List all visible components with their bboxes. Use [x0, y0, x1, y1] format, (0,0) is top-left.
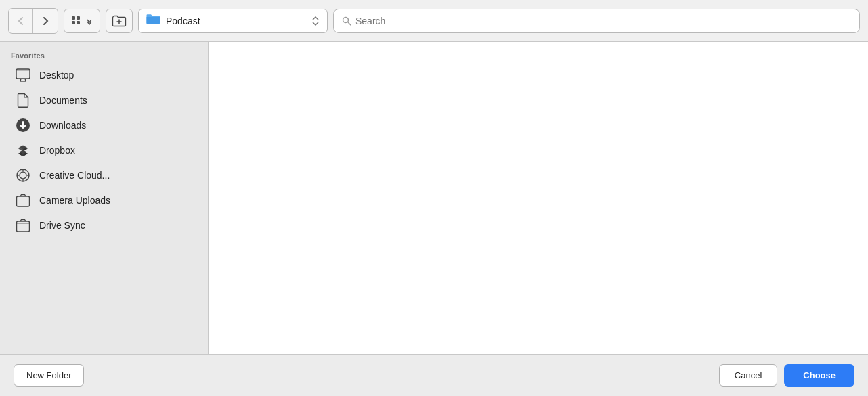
view-mode-button[interactable]	[64, 9, 100, 33]
sidebar-item-desktop-label: Desktop	[39, 70, 74, 81]
svg-rect-3	[77, 21, 80, 24]
location-picker[interactable]: Podcast	[138, 9, 328, 33]
creative-cloud-icon	[15, 167, 31, 183]
folder-color-icon	[146, 13, 160, 25]
sidebar-item-documents[interactable]: Documents	[4, 88, 204, 112]
search-box[interactable]	[333, 9, 860, 33]
sidebar-item-downloads-label: Downloads	[39, 120, 86, 131]
search-input[interactable]	[355, 16, 851, 26]
sidebar-item-drive-sync-label: Drive Sync	[39, 220, 85, 231]
choose-button[interactable]: Choose	[784, 364, 854, 387]
camera-uploads-icon	[15, 192, 31, 208]
grid-icon	[71, 16, 83, 26]
drive-sync-icon	[15, 217, 31, 234]
sidebar-item-camera-uploads-label: Camera Uploads	[39, 195, 110, 206]
sidebar-item-downloads[interactable]: Downloads	[4, 113, 204, 137]
svg-line-7	[348, 22, 351, 24]
sidebar-item-creative-cloud[interactable]: Creative Cloud...	[4, 163, 204, 188]
up-down-chevrons-icon	[311, 15, 320, 27]
forward-icon	[41, 16, 50, 26]
bottom-bar: New Folder Cancel Choose	[0, 354, 868, 396]
bottom-right-buttons: Cancel Choose	[719, 364, 854, 387]
svg-rect-26	[17, 221, 30, 232]
location-name: Podcast	[166, 16, 305, 26]
new-folder-toolbar-button[interactable]	[106, 9, 133, 33]
location-chevrons	[311, 15, 320, 27]
sidebar-item-drive-sync[interactable]: Drive Sync	[4, 213, 204, 238]
location-folder-icon	[146, 13, 160, 28]
forward-button[interactable]	[33, 9, 58, 33]
sidebar: Favorites Desktop Documents	[0, 42, 209, 354]
favorites-label: Favorites	[0, 49, 208, 62]
main-area: Favorites Desktop Documents	[0, 42, 868, 354]
new-folder-button[interactable]: New Folder	[14, 364, 84, 387]
content-area	[209, 42, 868, 354]
documents-icon	[15, 92, 31, 108]
downloads-icon	[15, 117, 31, 133]
new-folder-icon	[112, 14, 127, 28]
sidebar-item-desktop[interactable]: Desktop	[4, 63, 204, 87]
svg-rect-0	[72, 16, 75, 20]
back-button[interactable]	[9, 9, 33, 33]
desktop-icon	[15, 67, 31, 83]
cancel-button[interactable]: Cancel	[719, 364, 777, 387]
svg-rect-2	[72, 21, 75, 24]
svg-rect-1	[77, 16, 80, 20]
toolbar: Podcast	[0, 0, 868, 42]
sidebar-item-documents-label: Documents	[39, 95, 87, 106]
sidebar-item-camera-uploads[interactable]: Camera Uploads	[4, 188, 204, 213]
svg-rect-25	[17, 196, 30, 206]
chevron-down-icon	[86, 17, 93, 25]
nav-group	[8, 8, 58, 34]
search-icon	[342, 16, 351, 26]
back-icon	[16, 16, 26, 26]
dropbox-icon	[15, 142, 31, 158]
sidebar-item-creative-cloud-label: Creative Cloud...	[39, 170, 110, 181]
sidebar-item-dropbox[interactable]: Dropbox	[4, 138, 204, 162]
svg-point-20	[20, 172, 26, 179]
sidebar-item-dropbox-label: Dropbox	[39, 145, 75, 156]
svg-rect-9	[16, 70, 30, 71]
